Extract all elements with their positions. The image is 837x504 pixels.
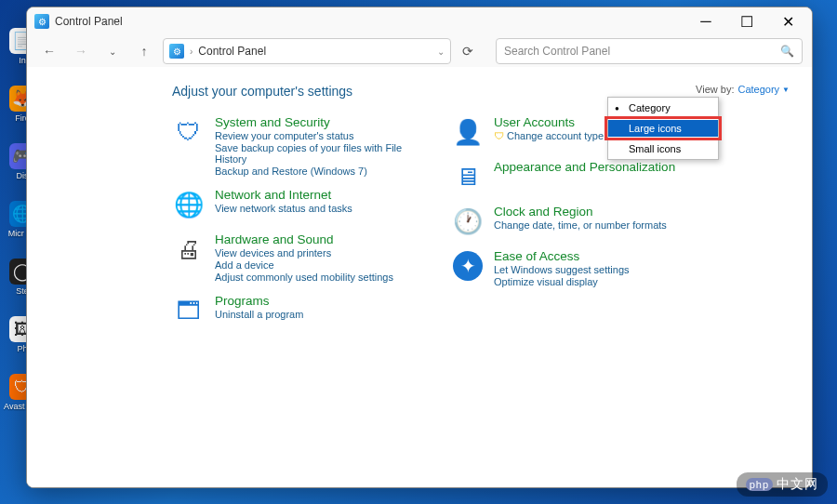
monitor-icon: 🖥 bbox=[451, 160, 485, 193]
category-link[interactable]: View network status and tasks bbox=[215, 203, 352, 214]
menu-item-large-icons[interactable]: Large icons bbox=[608, 120, 718, 137]
control-panel-icon: ⚙ bbox=[34, 14, 49, 29]
chevron-down-icon[interactable]: ⌄ bbox=[437, 46, 445, 57]
minimize-button[interactable]: ─ bbox=[685, 8, 726, 34]
category-title[interactable]: Ease of Access bbox=[494, 249, 630, 263]
category-clock-region: 🕐 Clock and Region Change date, time, or… bbox=[451, 205, 693, 238]
titlebar: ⚙ Control Panel ─ ☐ ✕ bbox=[27, 7, 812, 35]
category-link[interactable]: Backup and Restore (Windows 7) bbox=[215, 166, 414, 177]
category-link[interactable]: Let Windows suggest settings bbox=[494, 264, 630, 275]
category-title[interactable]: Appearance and Personalization bbox=[494, 160, 675, 174]
window-title: Control Panel bbox=[55, 15, 685, 28]
search-placeholder: Search Control Panel bbox=[504, 45, 610, 58]
close-button[interactable]: ✕ bbox=[767, 8, 808, 34]
clock-icon: 🕐 bbox=[451, 205, 485, 238]
view-by-label: View by: bbox=[696, 84, 734, 95]
watermark: php php 中文网 中文网 bbox=[737, 472, 828, 497]
category-title[interactable]: Programs bbox=[215, 294, 303, 308]
category-link[interactable]: Add a device bbox=[215, 259, 393, 271]
menu-item-category[interactable]: ● Category bbox=[608, 99, 718, 116]
back-button[interactable]: ← bbox=[36, 38, 62, 64]
user-icon: 👤 bbox=[451, 115, 485, 149]
category-title[interactable]: Clock and Region bbox=[494, 205, 667, 219]
shield-icon: 🛡 bbox=[172, 115, 206, 149]
category-programs: 🗔 Programs Uninstall a program bbox=[172, 294, 414, 327]
menu-item-small-icons[interactable]: Small icons bbox=[608, 140, 718, 157]
category-link[interactable]: Uninstall a program bbox=[215, 309, 303, 320]
menu-item-label: Small icons bbox=[629, 143, 681, 154]
control-panel-icon: ⚙ bbox=[169, 44, 184, 59]
maximize-button[interactable]: ☐ bbox=[726, 8, 767, 34]
category-link[interactable]: Change date, time, or number formats bbox=[494, 219, 667, 231]
view-by-value: Category bbox=[737, 84, 779, 95]
view-by-control: View by: Category ▼ bbox=[696, 84, 790, 95]
chevron-down-icon: ▼ bbox=[782, 86, 790, 94]
category-hardware-sound: 🖨 Hardware and Sound View devices and pr… bbox=[172, 232, 414, 283]
navigation-bar: ← → ⌄ ↑ ⚙ › Control Panel ⌄ ⟳ Search Con… bbox=[27, 35, 812, 67]
highlight-annotation: Large icons bbox=[604, 116, 722, 140]
forward-button[interactable]: → bbox=[68, 38, 94, 64]
category-system-security: 🛡 System and Security Review your comput… bbox=[172, 115, 414, 177]
category-network-internet: 🌐 Network and Internet View network stat… bbox=[172, 188, 414, 221]
icon-label: In bbox=[19, 56, 26, 65]
menu-item-label: Large icons bbox=[629, 123, 682, 134]
category-title[interactable]: Network and Internet bbox=[215, 188, 352, 202]
recent-locations-button[interactable]: ⌄ bbox=[100, 38, 126, 64]
chevron-right-icon: › bbox=[190, 46, 193, 57]
refresh-button[interactable]: ⟳ bbox=[455, 38, 481, 64]
menu-item-label: Category bbox=[629, 102, 671, 113]
category-column-left: 🛡 System and Security Review your comput… bbox=[172, 115, 414, 327]
category-link[interactable]: 🛡 Change account type bbox=[494, 130, 604, 141]
category-link[interactable]: Review your computer's status bbox=[215, 130, 414, 141]
category-ease-of-access: ✦ Ease of Access Let Windows suggest set… bbox=[451, 249, 693, 287]
search-icon: 🔍 bbox=[780, 45, 794, 58]
category-link[interactable]: View devices and printers bbox=[215, 247, 393, 259]
accessibility-icon: ✦ bbox=[451, 249, 485, 283]
category-title[interactable]: User Accounts bbox=[494, 115, 604, 129]
category-appearance: 🖥 Appearance and Personalization bbox=[451, 160, 693, 193]
category-link[interactable]: Adjust commonly used mobility settings bbox=[215, 272, 393, 283]
uac-shield-icon: 🛡 bbox=[494, 130, 507, 141]
search-input[interactable]: Search Control Panel 🔍 bbox=[496, 38, 803, 64]
view-by-dropdown[interactable]: Category ▼ bbox=[737, 84, 790, 95]
globe-icon: 🌐 bbox=[172, 188, 206, 221]
category-title[interactable]: System and Security bbox=[215, 115, 414, 129]
category-title[interactable]: Hardware and Sound bbox=[215, 232, 393, 246]
watermark-text: 中文网 bbox=[777, 476, 818, 493]
printer-icon: 🖨 bbox=[172, 232, 206, 266]
category-link[interactable]: Optimize visual display bbox=[494, 276, 630, 287]
address-bar[interactable]: ⚙ › Control Panel ⌄ bbox=[163, 38, 451, 64]
control-panel-window: ⚙ Control Panel ─ ☐ ✕ ← → ⌄ ↑ ⚙ › Contro… bbox=[26, 7, 813, 488]
breadcrumb[interactable]: Control Panel bbox=[198, 45, 266, 58]
up-button[interactable]: ↑ bbox=[131, 38, 157, 64]
view-by-menu: ● Category Large icons Small icons bbox=[607, 97, 719, 160]
category-link[interactable]: Save backup copies of your files with Fi… bbox=[215, 142, 414, 165]
php-logo-icon: php bbox=[746, 478, 773, 491]
bullet-icon: ● bbox=[615, 104, 619, 113]
content-area: Adjust your computer's settings View by:… bbox=[27, 67, 812, 487]
programs-icon: 🗔 bbox=[172, 294, 206, 327]
